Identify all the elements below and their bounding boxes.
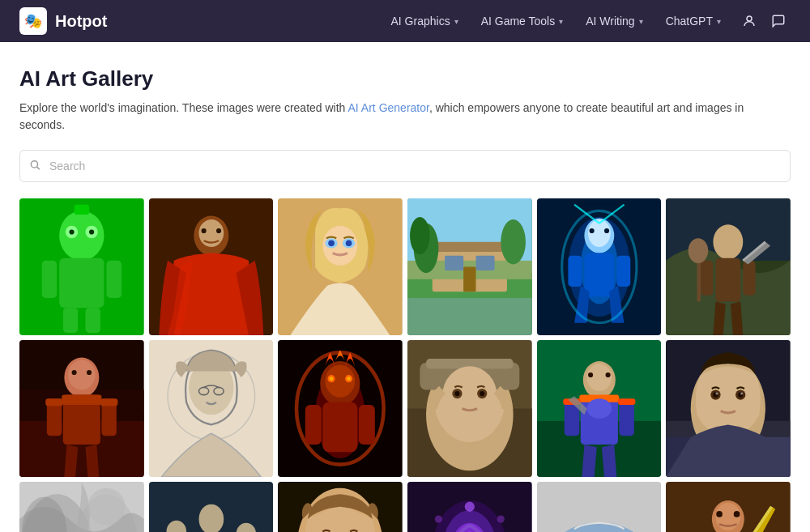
svg-rect-47 bbox=[584, 253, 614, 297]
gallery-item-14[interactable] bbox=[149, 482, 274, 532]
svg-rect-7 bbox=[107, 261, 122, 298]
svg-point-107 bbox=[605, 372, 610, 377]
svg-point-46 bbox=[604, 228, 609, 233]
brand-name: Hotpot bbox=[55, 12, 107, 31]
svg-point-181 bbox=[716, 503, 741, 530]
svg-point-4 bbox=[59, 211, 104, 260]
gallery-item-10[interactable] bbox=[407, 340, 532, 477]
svg-rect-131 bbox=[149, 482, 274, 532]
svg-rect-91 bbox=[407, 340, 532, 477]
svg-point-120 bbox=[735, 389, 745, 399]
svg-point-67 bbox=[87, 370, 92, 375]
page-description: Explore the world's imagination. These i… bbox=[19, 100, 791, 134]
svg-rect-3 bbox=[19, 198, 144, 335]
nav-item-chatgpt[interactable]: ChatGPT ▾ bbox=[656, 10, 731, 32]
svg-line-52 bbox=[599, 205, 624, 223]
svg-rect-89 bbox=[305, 405, 322, 445]
desc-text-before: Explore the world's imagination. These i… bbox=[19, 101, 348, 114]
svg-point-137 bbox=[166, 521, 186, 532]
gallery-item-12[interactable] bbox=[666, 340, 791, 477]
svg-point-84 bbox=[328, 375, 335, 382]
svg-rect-102 bbox=[537, 340, 662, 477]
svg-point-85 bbox=[345, 375, 352, 382]
gallery-item-8[interactable] bbox=[149, 340, 274, 477]
svg-point-11 bbox=[85, 226, 97, 238]
svg-point-19 bbox=[216, 228, 221, 233]
nav-item-ai-graphics[interactable]: AI Graphics ▾ bbox=[382, 10, 468, 32]
svg-rect-90 bbox=[359, 405, 375, 445]
svg-rect-74 bbox=[149, 340, 274, 477]
svg-point-81 bbox=[296, 352, 384, 464]
gallery-item-7[interactable] bbox=[19, 340, 144, 477]
gallery-item-9[interactable] bbox=[278, 340, 403, 477]
svg-point-36 bbox=[414, 223, 439, 273]
svg-point-106 bbox=[588, 372, 593, 377]
svg-rect-40 bbox=[537, 198, 662, 335]
svg-rect-108 bbox=[580, 398, 617, 445]
svg-point-76 bbox=[189, 360, 233, 415]
nav-label-chatgpt: ChatGPT bbox=[666, 15, 713, 28]
svg-point-94 bbox=[435, 363, 505, 442]
svg-point-17 bbox=[198, 219, 224, 247]
gallery-item-3[interactable] bbox=[278, 198, 403, 335]
gallery-item-15[interactable] bbox=[278, 482, 403, 532]
svg-rect-56 bbox=[716, 258, 741, 302]
svg-rect-5 bbox=[59, 258, 104, 308]
svg-point-127 bbox=[19, 494, 94, 532]
nav-item-ai-writing[interactable]: AI Writing ▾ bbox=[576, 10, 652, 32]
svg-rect-31 bbox=[433, 242, 507, 252]
svg-point-114 bbox=[586, 398, 612, 419]
svg-point-129 bbox=[22, 497, 66, 532]
svg-point-145 bbox=[296, 488, 384, 532]
gallery-item-13[interactable] bbox=[19, 482, 144, 532]
gallery-item-16[interactable] bbox=[407, 482, 532, 532]
svg-point-183 bbox=[734, 511, 740, 517]
gallery-item-18[interactable] bbox=[666, 482, 791, 532]
svg-rect-103 bbox=[537, 421, 662, 477]
gallery-item-1[interactable] bbox=[19, 198, 144, 335]
svg-rect-109 bbox=[564, 401, 578, 436]
svg-rect-126 bbox=[19, 482, 144, 532]
svg-rect-143 bbox=[278, 482, 403, 532]
svg-rect-59 bbox=[697, 258, 701, 302]
gallery-item-6[interactable] bbox=[666, 198, 791, 335]
svg-point-101 bbox=[480, 391, 484, 396]
svg-point-25 bbox=[329, 240, 335, 246]
nav-icons bbox=[737, 9, 791, 33]
svg-point-121 bbox=[714, 393, 718, 398]
gallery-item-11[interactable] bbox=[537, 340, 662, 477]
svg-rect-63 bbox=[19, 389, 144, 420]
svg-rect-70 bbox=[101, 398, 116, 436]
svg-rect-155 bbox=[407, 482, 532, 532]
search-input[interactable] bbox=[19, 150, 791, 182]
main-content: AI Art Gallery Explore the world's imagi… bbox=[0, 42, 810, 532]
gallery-item-17[interactable] bbox=[537, 482, 662, 532]
svg-point-65 bbox=[68, 360, 96, 390]
svg-point-0 bbox=[747, 16, 752, 21]
svg-point-44 bbox=[588, 219, 611, 247]
svg-point-98 bbox=[452, 389, 462, 398]
chevron-down-icon: ▾ bbox=[717, 17, 721, 26]
gallery-item-5[interactable] bbox=[537, 198, 662, 335]
svg-point-99 bbox=[477, 389, 487, 398]
art-generator-link[interactable]: AI Art Generator bbox=[348, 101, 429, 114]
svg-point-50 bbox=[561, 211, 636, 322]
svg-rect-125 bbox=[666, 437, 791, 477]
svg-rect-110 bbox=[619, 401, 633, 436]
svg-point-64 bbox=[64, 358, 99, 398]
navbar: 🎭 Hotpot AI Graphics ▾ AI Game Tools ▾ A… bbox=[0, 0, 810, 42]
gallery-item-2[interactable] bbox=[149, 198, 274, 335]
brand-link[interactable]: 🎭 Hotpot bbox=[19, 7, 107, 35]
svg-point-38 bbox=[410, 217, 430, 254]
svg-point-182 bbox=[717, 511, 723, 517]
chevron-down-icon: ▾ bbox=[639, 17, 643, 26]
svg-point-55 bbox=[714, 224, 744, 259]
svg-point-124 bbox=[741, 393, 744, 395]
svg-rect-115 bbox=[666, 340, 791, 477]
user-icon[interactable] bbox=[737, 9, 761, 33]
nav-item-ai-game-tools[interactable]: AI Game Tools ▾ bbox=[471, 10, 573, 32]
svg-rect-92 bbox=[407, 409, 532, 478]
chat-icon[interactable] bbox=[766, 9, 791, 33]
gallery-item-4[interactable] bbox=[407, 198, 532, 335]
svg-point-43 bbox=[584, 219, 614, 253]
